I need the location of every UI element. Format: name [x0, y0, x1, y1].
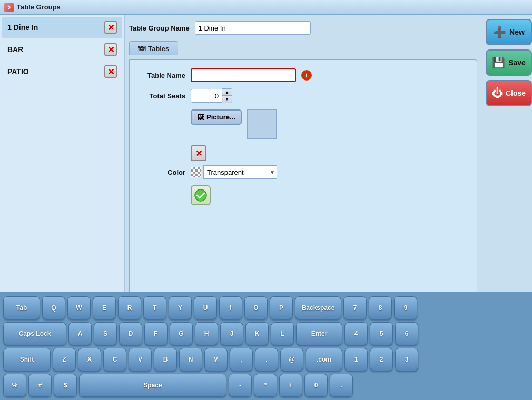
table-group-name-input[interactable] — [195, 21, 311, 35]
key-dotcom[interactable]: .com — [306, 348, 342, 371]
close-button[interactable]: ⏻ Close — [486, 80, 532, 106]
picture-preview — [247, 109, 277, 139]
tab-tables[interactable]: 🍽 Tables — [129, 41, 178, 55]
save-button[interactable]: 💾 Save — [486, 49, 532, 76]
total-seats-row: Total Seats ▲ ▼ — [138, 88, 468, 103]
key-x[interactable]: X — [78, 348, 101, 371]
key-d[interactable]: D — [119, 322, 142, 345]
key-9[interactable]: 9 — [394, 296, 417, 319]
group-item-bar[interactable]: BAR ✕ — [2, 39, 122, 60]
delete-group-bar[interactable]: ✕ — [104, 43, 117, 56]
key-4[interactable]: 4 — [344, 322, 368, 345]
total-seats-spinner: ▲ ▼ — [191, 88, 232, 103]
key-caps-lock[interactable]: Caps Lock — [3, 322, 66, 345]
key-plus[interactable]: + — [279, 374, 302, 397]
window-title: Table Groups — [17, 3, 61, 11]
key-i[interactable]: I — [219, 296, 242, 319]
delete-picture-button[interactable]: ✕ — [191, 145, 206, 161]
new-icon: ➕ — [493, 26, 506, 38]
key-2[interactable]: 2 — [370, 348, 393, 371]
delete-group-patio[interactable]: ✕ — [104, 65, 117, 78]
key-g[interactable]: G — [170, 322, 193, 345]
key-asterisk[interactable]: * — [254, 374, 277, 397]
key-7[interactable]: 7 — [343, 296, 367, 319]
key-0[interactable]: 0 — [304, 374, 328, 397]
key-w[interactable]: W — [67, 296, 91, 319]
key-q[interactable]: Q — [42, 296, 65, 319]
key-o[interactable]: O — [244, 296, 268, 319]
checkmark-icon — [194, 189, 207, 202]
key-5[interactable]: 5 — [370, 322, 393, 345]
key-c[interactable]: C — [103, 348, 126, 371]
save-icon: 💾 — [492, 56, 505, 69]
new-button[interactable]: ➕ New — [486, 19, 532, 45]
group-item-patio[interactable]: PATIO ✕ — [2, 61, 122, 82]
key-b[interactable]: B — [154, 348, 177, 371]
key-l[interactable]: L — [271, 322, 294, 345]
keyboard-row-3: Shift Z X C V B N M , . @ .com 1 2 3 — [3, 348, 529, 371]
keyboard-row-2: Caps Lock A S D F G H J K L Enter 4 5 6 — [3, 322, 529, 345]
key-at[interactable]: @ — [280, 348, 303, 371]
spinner-down-button[interactable]: ▼ — [222, 96, 232, 103]
save-label: Save — [508, 58, 526, 67]
color-select-container: Transparent Red Green Blue Yellow ▼ — [203, 165, 277, 179]
key-f[interactable]: F — [144, 322, 168, 345]
key-n[interactable]: N — [179, 348, 202, 371]
key-dot[interactable]: . — [330, 374, 353, 397]
table-name-row: Table Name i — [138, 68, 468, 82]
color-select-wrapper: Transparent Red Green Blue Yellow ▼ — [191, 165, 277, 179]
total-seats-input[interactable] — [191, 89, 222, 103]
key-y[interactable]: Y — [169, 296, 192, 319]
app-wrapper: 5 Table Groups 1 Dine In ✕ BAR ✕ PATIO ✕ — [0, 0, 532, 400]
key-z[interactable]: Z — [53, 348, 76, 371]
tab-bar: 🍽 Tables — [129, 41, 477, 55]
key-minus[interactable]: - — [229, 374, 252, 397]
color-row: Color Transparent Red Green Blue Yellow — [138, 165, 468, 179]
key-s[interactable]: S — [94, 322, 117, 345]
key-h[interactable]: H — [195, 322, 218, 345]
key-enter[interactable]: Enter — [296, 322, 342, 345]
group-item-1-dine-in[interactable]: 1 Dine In ✕ — [2, 17, 122, 38]
key-v[interactable]: V — [129, 348, 152, 371]
key-comma[interactable]: , — [230, 348, 253, 371]
key-6[interactable]: 6 — [395, 322, 418, 345]
table-name-input[interactable] — [191, 68, 296, 82]
key-dollar[interactable]: $ — [54, 374, 77, 397]
color-label: Color — [138, 168, 185, 176]
key-p[interactable]: P — [270, 296, 293, 319]
key-space[interactable]: Space — [79, 374, 226, 397]
key-r[interactable]: R — [118, 296, 141, 319]
key-backspace[interactable]: Backspace — [295, 296, 341, 319]
group-name-patio: PATIO — [7, 67, 29, 76]
key-j[interactable]: J — [220, 322, 243, 345]
picture-row: 🖼 Picture... — [191, 109, 468, 139]
keyboard-row-4: % # $ Space - * + 0 . — [3, 374, 529, 397]
spinner-buttons: ▲ ▼ — [222, 88, 232, 103]
key-hash[interactable]: # — [28, 374, 52, 397]
key-m[interactable]: M — [204, 348, 228, 371]
color-select[interactable]: Transparent Red Green Blue Yellow — [203, 165, 277, 179]
key-t[interactable]: T — [143, 296, 166, 319]
picture-button[interactable]: 🖼 Picture... — [191, 109, 242, 125]
key-percent[interactable]: % — [3, 374, 26, 397]
key-u[interactable]: U — [194, 296, 217, 319]
close-label: Close — [506, 89, 526, 97]
key-shift[interactable]: Shift — [3, 348, 51, 371]
key-8[interactable]: 8 — [369, 296, 392, 319]
checkerboard-icon — [191, 167, 201, 177]
key-1[interactable]: 1 — [344, 348, 368, 371]
key-a[interactable]: A — [68, 322, 92, 345]
key-e[interactable]: E — [93, 296, 116, 319]
spinner-up-button[interactable]: ▲ — [222, 89, 232, 96]
key-period[interactable]: . — [255, 348, 278, 371]
delete-group-1-dine-in[interactable]: ✕ — [104, 21, 117, 34]
total-seats-label: Total Seats — [138, 92, 185, 100]
save-row-button[interactable] — [191, 185, 211, 205]
tables-tab-label: Tables — [148, 45, 169, 53]
keyboard-row-1: Tab Q W E R T Y U I O P Backspace 7 8 9 — [3, 296, 529, 319]
key-tab[interactable]: Tab — [3, 296, 40, 319]
key-k[interactable]: K — [245, 322, 269, 345]
key-3[interactable]: 3 — [395, 348, 418, 371]
new-label: New — [509, 28, 525, 36]
app-icon: 5 — [4, 3, 14, 12]
